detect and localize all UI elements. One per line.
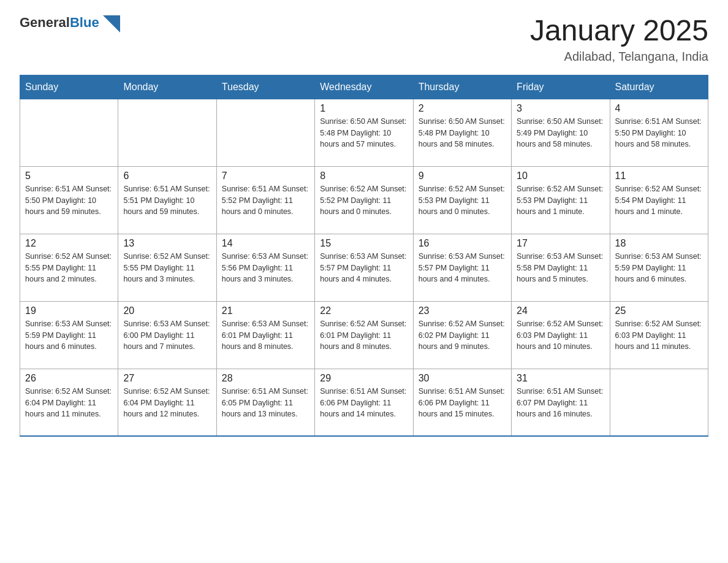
day-number: 12: [25, 238, 113, 249]
day-info: Sunrise: 6:53 AM Sunset: 5:59 PM Dayligh…: [25, 318, 113, 353]
calendar-title: January 2025: [530, 15, 708, 47]
day-info: Sunrise: 6:53 AM Sunset: 6:00 PM Dayligh…: [123, 318, 211, 353]
week-row-1: 1Sunrise: 6:50 AM Sunset: 5:48 PM Daylig…: [20, 99, 708, 166]
calendar-cell: 22Sunrise: 6:52 AM Sunset: 6:01 PM Dayli…: [315, 301, 413, 369]
calendar-cell: 13Sunrise: 6:52 AM Sunset: 5:55 PM Dayli…: [118, 234, 216, 301]
calendar-subtitle: Adilabad, Telangana, India: [530, 50, 708, 64]
day-number: 11: [615, 170, 703, 182]
calendar-cell: 20Sunrise: 6:53 AM Sunset: 6:00 PM Dayli…: [118, 301, 216, 369]
week-row-4: 19Sunrise: 6:53 AM Sunset: 5:59 PM Dayli…: [20, 301, 708, 369]
day-info: Sunrise: 6:52 AM Sunset: 6:04 PM Dayligh…: [25, 386, 113, 420]
day-number: 15: [320, 238, 408, 249]
day-info: Sunrise: 6:50 AM Sunset: 5:48 PM Dayligh…: [320, 116, 408, 150]
week-row-2: 5Sunrise: 6:51 AM Sunset: 5:50 PM Daylig…: [20, 166, 708, 234]
day-number: 6: [123, 170, 211, 182]
day-number: 28: [222, 373, 309, 384]
calendar-cell: 18Sunrise: 6:53 AM Sunset: 5:59 PM Dayli…: [610, 234, 708, 301]
day-number: 29: [320, 373, 408, 384]
day-info: Sunrise: 6:52 AM Sunset: 6:03 PM Dayligh…: [615, 318, 703, 353]
day-info: Sunrise: 6:52 AM Sunset: 6:02 PM Dayligh…: [419, 318, 506, 353]
day-info: Sunrise: 6:53 AM Sunset: 6:01 PM Dayligh…: [222, 318, 309, 353]
day-info: Sunrise: 6:53 AM Sunset: 5:57 PM Dayligh…: [320, 251, 408, 285]
day-number: 7: [222, 170, 309, 182]
day-info: Sunrise: 6:52 AM Sunset: 5:53 PM Dayligh…: [419, 183, 506, 218]
day-number: 23: [419, 305, 506, 316]
day-info: Sunrise: 6:52 AM Sunset: 5:52 PM Dayligh…: [320, 183, 408, 218]
day-number: 26: [25, 373, 113, 384]
day-info: Sunrise: 6:52 AM Sunset: 5:55 PM Dayligh…: [25, 251, 113, 285]
calendar-cell: [610, 369, 708, 436]
calendar-header: SundayMondayTuesdayWednesdayThursdayFrid…: [20, 75, 708, 99]
weekday-header-tuesday: Tuesday: [216, 75, 314, 99]
calendar-cell: 12Sunrise: 6:52 AM Sunset: 5:55 PM Dayli…: [20, 234, 118, 301]
day-info: Sunrise: 6:51 AM Sunset: 5:51 PM Dayligh…: [123, 183, 211, 218]
day-info: Sunrise: 6:53 AM Sunset: 5:58 PM Dayligh…: [517, 251, 604, 285]
day-number: 20: [123, 305, 211, 316]
calendar-cell: 25Sunrise: 6:52 AM Sunset: 6:03 PM Dayli…: [610, 301, 708, 369]
calendar-cell: 14Sunrise: 6:53 AM Sunset: 5:56 PM Dayli…: [216, 234, 314, 301]
weekday-header-friday: Friday: [512, 75, 610, 99]
calendar-cell: 9Sunrise: 6:52 AM Sunset: 5:53 PM Daylig…: [413, 166, 511, 234]
day-number: 5: [25, 170, 113, 182]
day-info: Sunrise: 6:52 AM Sunset: 6:01 PM Dayligh…: [320, 318, 408, 353]
day-info: Sunrise: 6:53 AM Sunset: 5:57 PM Dayligh…: [419, 251, 506, 285]
day-number: 13: [123, 238, 211, 249]
day-info: Sunrise: 6:50 AM Sunset: 5:48 PM Dayligh…: [419, 116, 506, 150]
calendar-cell: 24Sunrise: 6:52 AM Sunset: 6:03 PM Dayli…: [512, 301, 610, 369]
calendar-cell: 2Sunrise: 6:50 AM Sunset: 5:48 PM Daylig…: [413, 99, 511, 166]
week-row-3: 12Sunrise: 6:52 AM Sunset: 5:55 PM Dayli…: [20, 234, 708, 301]
calendar-cell: [216, 99, 314, 166]
day-number: 21: [222, 305, 309, 316]
calendar-cell: 6Sunrise: 6:51 AM Sunset: 5:51 PM Daylig…: [118, 166, 216, 234]
calendar-cell: 30Sunrise: 6:51 AM Sunset: 6:06 PM Dayli…: [413, 369, 511, 436]
day-number: 17: [517, 238, 604, 249]
day-number: 25: [615, 305, 703, 316]
day-info: Sunrise: 6:52 AM Sunset: 5:53 PM Dayligh…: [517, 183, 604, 218]
calendar-cell: 15Sunrise: 6:53 AM Sunset: 5:57 PM Dayli…: [315, 234, 413, 301]
calendar-cell: 29Sunrise: 6:51 AM Sunset: 6:06 PM Dayli…: [315, 369, 413, 436]
svg-marker-0: [103, 15, 120, 33]
day-info: Sunrise: 6:51 AM Sunset: 6:06 PM Dayligh…: [320, 386, 408, 420]
calendar-cell: [20, 99, 118, 166]
weekday-header-thursday: Thursday: [413, 75, 511, 99]
day-number: 18: [615, 238, 703, 249]
week-row-5: 26Sunrise: 6:52 AM Sunset: 6:04 PM Dayli…: [20, 369, 708, 436]
day-info: Sunrise: 6:50 AM Sunset: 5:49 PM Dayligh…: [517, 116, 604, 150]
calendar-cell: 16Sunrise: 6:53 AM Sunset: 5:57 PM Dayli…: [413, 234, 511, 301]
calendar-cell: 28Sunrise: 6:51 AM Sunset: 6:05 PM Dayli…: [216, 369, 314, 436]
day-number: 2: [419, 103, 506, 114]
logo: GeneralBlue: [20, 15, 120, 34]
day-number: 4: [615, 103, 703, 114]
day-number: 10: [517, 170, 604, 182]
calendar-cell: 1Sunrise: 6:50 AM Sunset: 5:48 PM Daylig…: [315, 99, 413, 166]
calendar-cell: 3Sunrise: 6:50 AM Sunset: 5:49 PM Daylig…: [512, 99, 610, 166]
calendar-cell: 4Sunrise: 6:51 AM Sunset: 5:50 PM Daylig…: [610, 99, 708, 166]
day-info: Sunrise: 6:51 AM Sunset: 5:50 PM Dayligh…: [25, 183, 113, 218]
title-block: January 2025 Adilabad, Telangana, India: [530, 15, 708, 64]
calendar-cell: 23Sunrise: 6:52 AM Sunset: 6:02 PM Dayli…: [413, 301, 511, 369]
day-number: 8: [320, 170, 408, 182]
calendar-cell: 19Sunrise: 6:53 AM Sunset: 5:59 PM Dayli…: [20, 301, 118, 369]
day-number: 1: [320, 103, 408, 114]
day-number: 3: [517, 103, 604, 114]
day-number: 31: [517, 373, 604, 384]
day-number: 30: [419, 373, 506, 384]
calendar-cell: 10Sunrise: 6:52 AM Sunset: 5:53 PM Dayli…: [512, 166, 610, 234]
calendar-cell: 17Sunrise: 6:53 AM Sunset: 5:58 PM Dayli…: [512, 234, 610, 301]
weekday-header-sunday: Sunday: [20, 75, 118, 99]
day-info: Sunrise: 6:51 AM Sunset: 6:07 PM Dayligh…: [517, 386, 604, 420]
calendar-table: SundayMondayTuesdayWednesdayThursdayFrid…: [20, 75, 708, 437]
weekday-header-saturday: Saturday: [610, 75, 708, 99]
day-number: 22: [320, 305, 408, 316]
weekday-header-row: SundayMondayTuesdayWednesdayThursdayFrid…: [20, 75, 708, 99]
day-info: Sunrise: 6:52 AM Sunset: 5:54 PM Dayligh…: [615, 183, 703, 218]
day-number: 14: [222, 238, 309, 249]
day-info: Sunrise: 6:51 AM Sunset: 6:06 PM Dayligh…: [419, 386, 506, 420]
day-number: 16: [419, 238, 506, 249]
calendar-cell: 8Sunrise: 6:52 AM Sunset: 5:52 PM Daylig…: [315, 166, 413, 234]
weekday-header-monday: Monday: [118, 75, 216, 99]
day-number: 9: [419, 170, 506, 182]
page-header: GeneralBlue January 2025 Adilabad, Telan…: [20, 15, 708, 64]
day-number: 24: [517, 305, 604, 316]
day-info: Sunrise: 6:53 AM Sunset: 5:59 PM Dayligh…: [615, 251, 703, 285]
